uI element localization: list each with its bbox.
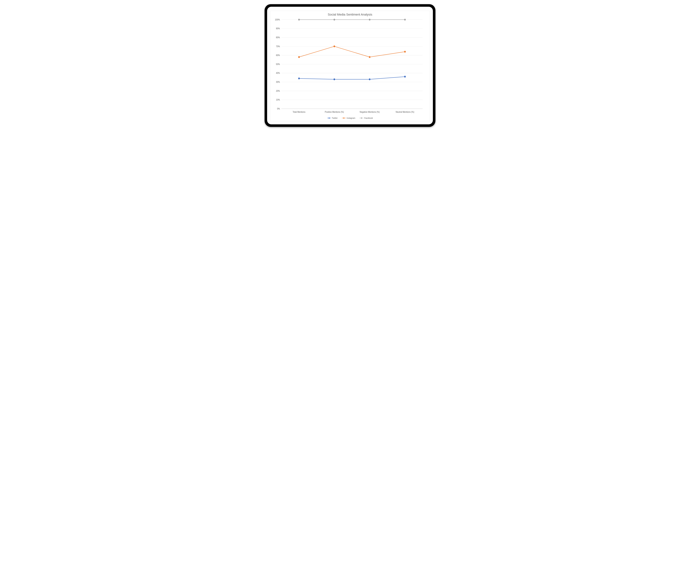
y-tick-label: 20% [276, 90, 280, 92]
x-category-label: Negative Mentions (%) [360, 111, 380, 113]
chart-svg: 0%10%20%30%40%50%60%70%80%90%100% Total … [271, 18, 427, 115]
gridlines [281, 20, 423, 109]
series-line-twitter [299, 77, 405, 79]
chart-title: Social Media Sentiment Analysis [270, 11, 430, 18]
y-tick-label: 30% [276, 81, 280, 83]
legend-label: Instagram [347, 117, 355, 119]
plot-area: 0%10%20%30%40%50%60%70%80%90%100% Total … [270, 18, 430, 116]
chart-card: Social Media Sentiment Analysis 0%10%20%… [270, 11, 430, 121]
legend-item-instagram[interactable]: Instagram [342, 117, 355, 119]
y-tick-label: 80% [276, 36, 280, 39]
x-category-label: Total Mentions [293, 111, 305, 113]
chart-legend: TwitterInstagramFacebook [270, 116, 430, 121]
legend-label: Twitter [332, 117, 338, 119]
series-marker-instagram [298, 56, 300, 58]
x-axis-categories: Total MentionsPositive Mentions (%)Negat… [293, 111, 414, 113]
y-tick-label: 60% [276, 54, 280, 57]
y-tick-label: 100% [275, 18, 280, 21]
legend-swatch-icon [360, 117, 363, 119]
legend-item-facebook[interactable]: Facebook [360, 117, 373, 119]
series-marker-twitter [298, 78, 300, 79]
y-axis-ticks: 0%10%20%30%40%50%60%70%80%90%100% [275, 18, 280, 110]
legend-item-twitter[interactable]: Twitter [327, 117, 338, 119]
y-tick-label: 90% [276, 27, 280, 30]
series-marker-instagram [404, 51, 406, 52]
series-marker-facebook [334, 19, 335, 20]
series-marker-facebook [298, 19, 300, 20]
series-line-instagram [299, 46, 405, 57]
series-marker-instagram [334, 46, 335, 47]
tablet-frame: Social Media Sentiment Analysis 0%10%20%… [265, 4, 435, 127]
series-marker-facebook [369, 19, 370, 20]
legend-label: Facebook [364, 117, 373, 119]
y-tick-label: 0% [277, 108, 280, 110]
series-marker-twitter [334, 79, 335, 80]
data-series [298, 19, 406, 80]
y-tick-label: 70% [276, 45, 280, 48]
y-tick-label: 40% [276, 72, 280, 74]
tablet-screen: Social Media Sentiment Analysis 0%10%20%… [267, 7, 433, 124]
legend-swatch-icon [327, 117, 331, 119]
legend-swatch-icon [342, 117, 346, 119]
series-marker-facebook [404, 19, 406, 20]
y-tick-label: 10% [276, 99, 280, 101]
x-category-label: Neutral Mentions (%) [396, 111, 414, 113]
series-marker-twitter [404, 76, 406, 77]
x-category-label: Positive Mentions (%) [325, 111, 344, 113]
y-tick-label: 50% [276, 63, 280, 65]
series-marker-twitter [369, 79, 370, 80]
series-marker-instagram [369, 56, 370, 58]
